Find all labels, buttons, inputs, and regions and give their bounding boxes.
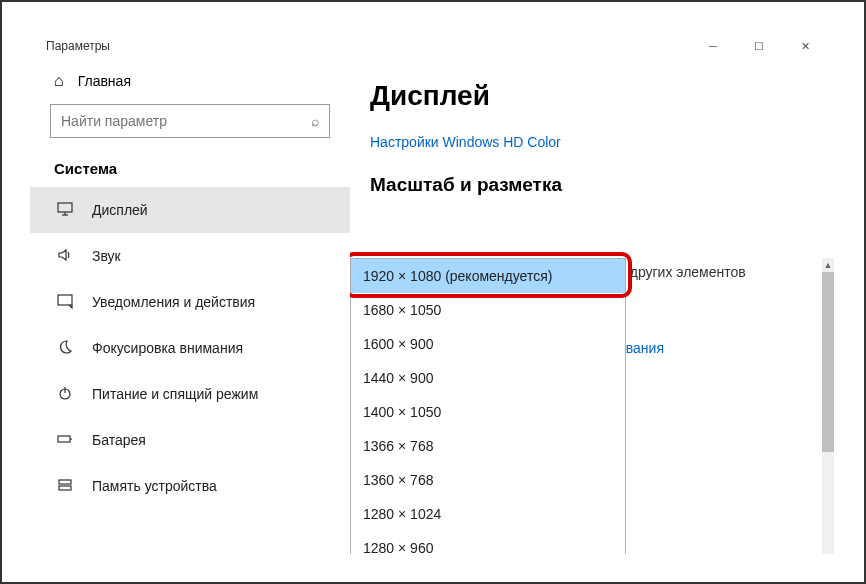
content-area: Дисплей Настройки Windows HD Color Масшт… <box>350 62 836 554</box>
resolution-option[interactable]: 1440 × 900 <box>351 361 625 395</box>
minimize-button[interactable]: ─ <box>690 30 736 62</box>
window-controls: ─ ☐ ✕ <box>690 30 828 62</box>
power-icon <box>56 385 74 404</box>
storage-icon <box>56 477 74 496</box>
svg-rect-6 <box>58 436 70 442</box>
search-box[interactable]: ⌕ <box>50 104 330 138</box>
titlebar: Параметры ─ ☐ ✕ <box>30 30 836 62</box>
resolution-option[interactable]: 1920 × 1080 (рекомендуется) <box>351 259 625 293</box>
sidebar: ⌂ Главная ⌕ Система ДисплейЗвукУведомлен… <box>30 62 350 554</box>
battery-icon <box>56 431 74 450</box>
focus-icon <box>56 339 74 358</box>
search-icon: ⌕ <box>311 113 319 129</box>
sidebar-item-sound[interactable]: Звук <box>50 233 330 279</box>
svg-rect-0 <box>58 203 72 212</box>
resolution-option[interactable]: 1280 × 960 <box>351 531 625 554</box>
window-title: Параметры <box>38 39 690 53</box>
sound-icon <box>56 247 74 266</box>
svg-rect-8 <box>59 480 71 484</box>
sidebar-item-storage[interactable]: Память устройства <box>50 463 330 509</box>
display-icon <box>56 201 74 220</box>
svg-rect-3 <box>58 295 72 305</box>
sidebar-item-notify[interactable]: Уведомления и действия <box>50 279 330 325</box>
close-button[interactable]: ✕ <box>782 30 828 62</box>
section-title: Система <box>54 160 326 177</box>
svg-rect-9 <box>59 486 71 490</box>
scroll-up-icon[interactable]: ▲ <box>822 258 834 272</box>
nav-label: Звук <box>92 248 121 264</box>
nav-label: Уведомления и действия <box>92 294 255 310</box>
notify-icon <box>56 293 74 312</box>
maximize-button[interactable]: ☐ <box>736 30 782 62</box>
resolution-option[interactable]: 1360 × 768 <box>351 463 625 497</box>
nav-list: ДисплейЗвукУведомления и действияФокусир… <box>50 187 330 509</box>
resolution-option[interactable]: 1280 × 1024 <box>351 497 625 531</box>
nav-label: Память устройства <box>92 478 217 494</box>
nav-label: Батарея <box>92 432 146 448</box>
partial-text: и других элементов <box>618 264 746 280</box>
resolution-option[interactable]: 1680 × 1050 <box>351 293 625 327</box>
home-label: Главная <box>78 73 131 89</box>
sidebar-item-battery[interactable]: Батарея <box>50 417 330 463</box>
resolution-option[interactable]: 1400 × 1050 <box>351 395 625 429</box>
sidebar-item-power[interactable]: Питание и спящий режим <box>50 371 330 417</box>
hd-color-link[interactable]: Настройки Windows HD Color <box>370 134 816 150</box>
home-link[interactable]: ⌂ Главная <box>50 62 330 104</box>
scrollbar[interactable]: ▲ <box>822 258 834 554</box>
page-title: Дисплей <box>370 80 816 112</box>
resolution-dropdown[interactable]: 1920 × 1080 (рекомендуется)1680 × 105016… <box>350 258 626 554</box>
nav-label: Дисплей <box>92 202 148 218</box>
nav-label: Фокусировка внимания <box>92 340 243 356</box>
search-input[interactable] <box>61 113 311 129</box>
settings-window: Параметры ─ ☐ ✕ ⌂ Главная ⌕ Система Дисп… <box>30 30 836 554</box>
scale-heading: Масштаб и разметка <box>370 174 816 196</box>
scrollbar-thumb[interactable] <box>822 272 834 452</box>
sidebar-item-display[interactable]: Дисплей <box>30 187 350 233</box>
nav-label: Питание и спящий режим <box>92 386 258 402</box>
sidebar-item-focus[interactable]: Фокусировка внимания <box>50 325 330 371</box>
resolution-option[interactable]: 1600 × 900 <box>351 327 625 361</box>
home-icon: ⌂ <box>54 72 64 90</box>
resolution-option[interactable]: 1366 × 768 <box>351 429 625 463</box>
